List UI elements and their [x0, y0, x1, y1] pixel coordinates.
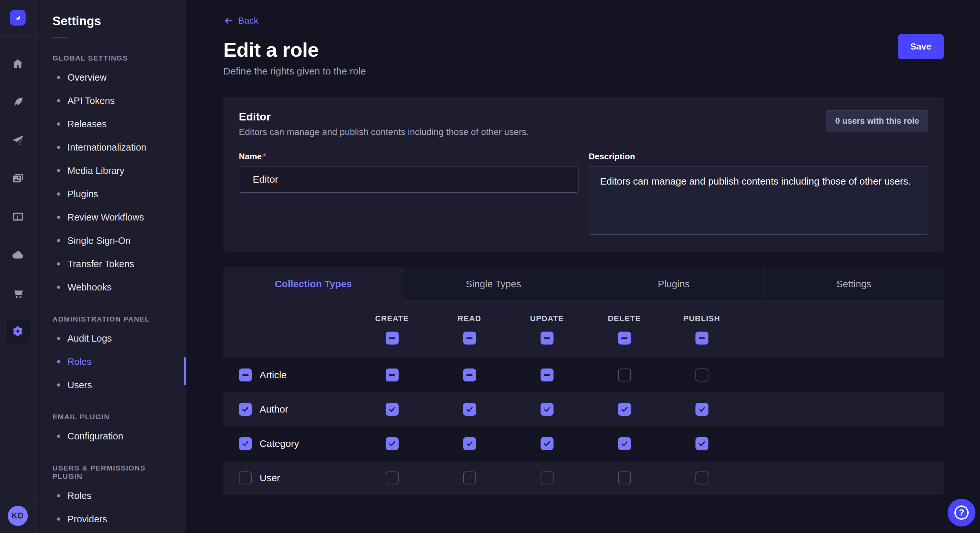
sidebar-item-plugins[interactable]: Plugins	[52, 182, 176, 206]
sidebar-item-webhooks[interactable]: Webhooks	[52, 276, 176, 299]
sidebar-item-media-library[interactable]: Media Library	[52, 159, 176, 182]
sidebar-item-audit-logs[interactable]: Audit Logs	[52, 327, 176, 350]
permission-column-delete: Delete	[585, 314, 663, 344]
sidebar-item-roles[interactable]: Roles	[52, 484, 176, 508]
logo-area	[0, 0, 35, 36]
article-delete-checkbox[interactable]	[618, 368, 631, 381]
permissions-section: Collection TypesSingle TypesPluginsSetti…	[223, 267, 944, 495]
permission-cell	[431, 368, 508, 381]
rail-item-media-library[interactable]	[6, 167, 30, 190]
rail-item-deploy[interactable]	[6, 128, 30, 152]
sidebar-item-releases[interactable]: Releases	[52, 113, 176, 136]
sidebar-item-label: Users	[67, 380, 92, 390]
back-link[interactable]: Back	[223, 16, 258, 26]
category-delete-checkbox[interactable]	[618, 437, 631, 450]
author-read-checkbox[interactable]	[463, 403, 476, 416]
bullet-icon	[57, 122, 60, 125]
sidebar-item-configuration[interactable]: Configuration	[52, 425, 176, 448]
main-content: Back Edit a role Define the rights given…	[186, 0, 980, 533]
tab-settings[interactable]: Settings	[764, 267, 944, 301]
user-update-checkbox[interactable]	[541, 471, 554, 484]
user-create-checkbox[interactable]	[386, 471, 399, 484]
sidebar-item-label: Audit Logs	[67, 333, 112, 344]
tab-collection-types[interactable]: Collection Types	[223, 267, 404, 301]
sidebar-section-users-permissions-plugin: USERS & PERMISSIONS PLUGINRolesProviders	[52, 464, 176, 531]
sidebar-item-providers[interactable]: Providers	[52, 508, 176, 531]
rail-item-content-type-builder[interactable]	[6, 90, 30, 114]
rail-item-cloud[interactable]	[6, 243, 30, 267]
user-row-checkbox[interactable]	[239, 471, 252, 484]
bullet-icon	[57, 239, 60, 242]
rail-item-settings[interactable]	[6, 319, 30, 343]
category-row-checkbox[interactable]	[239, 437, 252, 450]
sidebar-item-list: Configuration	[52, 425, 176, 448]
permission-cell	[663, 403, 740, 416]
select-all-delete-checkbox[interactable]	[618, 332, 631, 344]
content-type-label: Article	[259, 370, 286, 381]
permission-cell	[663, 368, 740, 381]
author-publish-checkbox[interactable]	[695, 403, 708, 416]
role-details-card: Editor Editors can manage and publish co…	[223, 97, 944, 252]
user-read-checkbox[interactable]	[463, 471, 476, 484]
select-all-read-checkbox[interactable]	[463, 332, 476, 344]
sidebar-item-internationalization[interactable]: Internationalization	[52, 136, 176, 159]
sidebar-item-api-tokens[interactable]: API Tokens	[52, 89, 176, 113]
rail-item-content-manager[interactable]	[6, 205, 30, 228]
permission-cell	[353, 403, 431, 416]
strapi-admin-window: KD Settings GLOBAL SETTINGSOverviewAPI T…	[0, 0, 980, 533]
role-description-textarea[interactable]: Editors can manage and publish contents …	[589, 166, 929, 235]
sidebar-item-users[interactable]: Users	[52, 373, 176, 397]
author-create-checkbox[interactable]	[386, 403, 399, 416]
user-delete-checkbox[interactable]	[618, 471, 631, 484]
help-button[interactable]: ?	[948, 499, 975, 527]
select-all-update-checkbox[interactable]	[541, 332, 554, 344]
sidebar-item-transfer-tokens[interactable]: Transfer Tokens	[52, 252, 176, 276]
permission-cell	[353, 368, 431, 381]
category-create-checkbox[interactable]	[386, 437, 399, 450]
permission-column-label: Create	[375, 314, 409, 323]
article-read-checkbox[interactable]	[463, 368, 476, 381]
description-field-group: Description Editors can manage and publi…	[589, 152, 929, 236]
author-delete-checkbox[interactable]	[618, 403, 631, 416]
sidebar-item-roles[interactable]: Roles	[52, 350, 176, 373]
article-update-checkbox[interactable]	[541, 368, 554, 381]
back-label: Back	[238, 16, 258, 26]
feather-icon	[11, 95, 25, 109]
permission-column-update: Update	[508, 314, 585, 344]
role-name-heading: Editor	[239, 110, 529, 123]
user-avatar[interactable]: KD	[8, 506, 28, 526]
article-row-checkbox[interactable]	[239, 368, 252, 381]
category-read-checkbox[interactable]	[463, 437, 476, 450]
article-create-checkbox[interactable]	[386, 368, 399, 381]
select-all-publish-checkbox[interactable]	[695, 332, 708, 344]
sidebar-item-overview[interactable]: Overview	[52, 66, 176, 89]
sidebar-item-single-sign-on[interactable]: Single Sign-On	[52, 229, 176, 252]
sidebar-scrollbar-thumb[interactable]	[184, 357, 186, 385]
sidebar-item-review-workflows[interactable]: Review Workflows	[52, 206, 176, 229]
tab-plugins[interactable]: Plugins	[584, 267, 764, 301]
author-row-checkbox[interactable]	[239, 403, 252, 416]
category-update-checkbox[interactable]	[541, 437, 554, 450]
select-all-create-checkbox[interactable]	[386, 332, 399, 344]
permissions-rows: ArticleAuthorCategoryUser	[223, 358, 944, 495]
role-name-input[interactable]	[239, 166, 579, 193]
article-publish-checkbox[interactable]	[695, 368, 708, 381]
save-button[interactable]: Save	[898, 34, 944, 59]
user-publish-checkbox[interactable]	[695, 471, 708, 484]
permission-cell	[585, 403, 663, 416]
category-publish-checkbox[interactable]	[695, 437, 708, 450]
sidebar-item-label: Roles	[67, 490, 91, 501]
permissions-tabs: Collection TypesSingle TypesPluginsSetti…	[223, 267, 944, 301]
permission-cell	[508, 368, 585, 381]
home-icon	[11, 57, 25, 71]
bullet-icon	[57, 76, 60, 79]
tab-single-types[interactable]: Single Types	[404, 267, 584, 301]
content-type-label: User	[259, 473, 280, 484]
rail-item-marketplace[interactable]	[6, 281, 30, 305]
permission-cell	[663, 437, 740, 450]
author-update-checkbox[interactable]	[541, 403, 554, 416]
strapi-logo[interactable]	[10, 10, 25, 25]
check-icon	[241, 405, 250, 414]
rail-item-home[interactable]	[6, 52, 30, 76]
indeterminate-dash-icon	[699, 338, 705, 339]
